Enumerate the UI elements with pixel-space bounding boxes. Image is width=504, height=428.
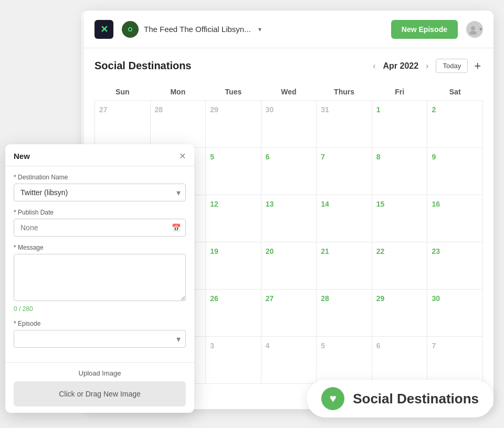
day-number: 19 — [210, 247, 218, 255]
day-number: 5 — [321, 341, 325, 350]
publish-date-input[interactable] — [14, 219, 186, 237]
modal-body: * Destination Name Twitter (libsyn) Face… — [5, 166, 194, 362]
calendar-day-cell[interactable]: 5 — [317, 337, 372, 384]
calendar-day-cell[interactable]: 2 — [427, 101, 483, 148]
user-avatar-button[interactable]: ▾ — [466, 21, 483, 38]
logo-icon: ✕ — [100, 24, 108, 35]
calendar-day-cell[interactable]: 30 — [261, 101, 317, 148]
calendar-header: Social Destinations ‹ Apr 2022 › Today + — [94, 59, 483, 73]
day-number: 27 — [99, 105, 108, 114]
upload-area[interactable]: Click or Drag New Image — [14, 381, 186, 406]
top-nav: ✕ The Feed The Official Libsyn... ▾ New … — [84, 10, 494, 48]
calendar-day-cell[interactable]: 31 — [317, 101, 372, 148]
calendar-day-cell[interactable]: 19 — [206, 242, 261, 290]
episode-label: * Episode — [14, 320, 186, 327]
destination-name-group: * Destination Name Twitter (libsyn) Face… — [14, 174, 186, 201]
destination-name-label: * Destination Name — [14, 174, 186, 181]
calendar-day-cell[interactable]: 7 — [317, 148, 372, 195]
day-number: 16 — [432, 200, 440, 208]
upload-label: Upload Image — [14, 369, 186, 377]
day-number: 27 — [266, 294, 274, 303]
calendar-day-cell[interactable]: 28 — [150, 101, 206, 148]
svg-point-2 — [129, 28, 131, 30]
calendar-day-cell[interactable]: 9 — [427, 148, 483, 195]
calendar-month-label: Apr 2022 — [383, 61, 419, 71]
calendar-day-cell[interactable]: 6 — [261, 148, 317, 195]
day-number: 1 — [376, 105, 381, 114]
badge-label: Social Destinations — [353, 391, 479, 407]
day-number: 3 — [210, 341, 214, 350]
day-number: 2 — [432, 105, 436, 114]
calendar-add-button[interactable]: + — [472, 59, 483, 73]
calendar-day-cell[interactable]: 22 — [372, 242, 427, 290]
calendar-day-cell[interactable]: 6 — [372, 337, 427, 384]
podcast-avatar — [122, 21, 139, 38]
calendar-day-cell[interactable]: 5 — [206, 148, 261, 195]
day-number: 12 — [210, 200, 218, 208]
day-number: 30 — [266, 105, 274, 114]
upload-section: Upload Image Click or Drag New Image — [5, 362, 194, 413]
calendar-day-cell[interactable]: 7 — [427, 337, 483, 384]
destination-select-wrapper: Twitter (libsyn) Facebook LinkedIn — [14, 184, 186, 201]
day-number: 7 — [432, 341, 436, 350]
podcast-name: The Feed The Official Libsyn... — [144, 25, 251, 34]
calendar-day-cell[interactable]: 26 — [206, 290, 261, 337]
calendar-day-cell[interactable]: 13 — [261, 195, 317, 242]
podcast-dropdown-chevron: ▾ — [258, 26, 261, 33]
publish-date-label: * Publish Date — [14, 209, 186, 216]
col-mon: Mon — [150, 83, 206, 101]
calendar-title: Social Destinations — [94, 60, 370, 72]
calendar-prev-button[interactable]: ‹ — [370, 59, 379, 73]
calendar-next-button[interactable]: › — [423, 59, 432, 73]
destination-select[interactable]: Twitter (libsyn) Facebook LinkedIn — [14, 184, 186, 201]
episode-select-wrapper — [14, 330, 186, 348]
calendar-day-cell[interactable]: 21 — [317, 242, 372, 290]
podcast-info[interactable]: The Feed The Official Libsyn... ▾ — [122, 21, 391, 38]
calendar-day-cell[interactable]: 1 — [372, 101, 427, 148]
day-number: 23 — [432, 247, 440, 255]
calendar-day-cell[interactable]: 27 — [95, 101, 151, 148]
new-episode-button[interactable]: New Episode — [391, 20, 458, 39]
calendar-week-0: 272829303112 — [95, 101, 483, 148]
message-group: * Message 0 / 280 — [14, 244, 186, 313]
calendar-day-cell[interactable]: 8 — [372, 148, 427, 195]
svg-point-3 — [471, 26, 475, 30]
day-number: 15 — [376, 200, 385, 208]
calendar-day-cell[interactable]: 23 — [427, 242, 483, 290]
calendar-header-row: Sun Mon Tues Wed Thurs Fri Sat — [95, 83, 483, 101]
col-sat: Sat — [427, 83, 483, 101]
day-number: 30 — [432, 294, 440, 303]
message-textarea[interactable] — [14, 254, 186, 301]
day-number: 14 — [321, 200, 329, 208]
day-number: 29 — [376, 294, 385, 303]
calendar-day-cell[interactable]: 28 — [317, 290, 372, 337]
day-number: 21 — [321, 247, 329, 255]
calendar-day-cell[interactable]: 14 — [317, 195, 372, 242]
col-thurs: Thurs — [317, 83, 372, 101]
calendar-day-cell[interactable]: 16 — [427, 195, 483, 242]
svg-point-4 — [469, 31, 477, 35]
episode-select[interactable] — [14, 330, 186, 348]
publish-date-input-wrapper: 📅 — [14, 219, 186, 237]
calendar-day-cell[interactable]: 27 — [261, 290, 317, 337]
modal-title: New — [14, 152, 30, 160]
modal-close-button[interactable]: ✕ — [179, 152, 186, 160]
calendar-day-cell[interactable]: 4 — [261, 337, 317, 384]
day-number: 4 — [266, 341, 270, 350]
new-destination-modal: New ✕ * Destination Name Twitter (libsyn… — [5, 144, 194, 413]
calendar-day-cell[interactable]: 12 — [206, 195, 261, 242]
calendar-day-cell[interactable]: 30 — [427, 290, 483, 337]
calendar-day-cell[interactable]: 29 — [206, 101, 261, 148]
char-count: 0 / 280 — [14, 305, 186, 313]
calendar-day-cell[interactable]: 15 — [372, 195, 427, 242]
col-fri: Fri — [372, 83, 427, 101]
calendar-today-button[interactable]: Today — [436, 59, 468, 73]
day-number: 13 — [266, 200, 274, 208]
day-number: 6 — [376, 341, 381, 350]
calendar-day-cell[interactable]: 29 — [372, 290, 427, 337]
calendar-day-cell[interactable]: 20 — [261, 242, 317, 290]
app-logo: ✕ — [94, 20, 113, 39]
day-number: 29 — [210, 105, 218, 114]
calendar-day-cell[interactable]: 3 — [206, 337, 261, 384]
day-number: 28 — [155, 105, 163, 114]
